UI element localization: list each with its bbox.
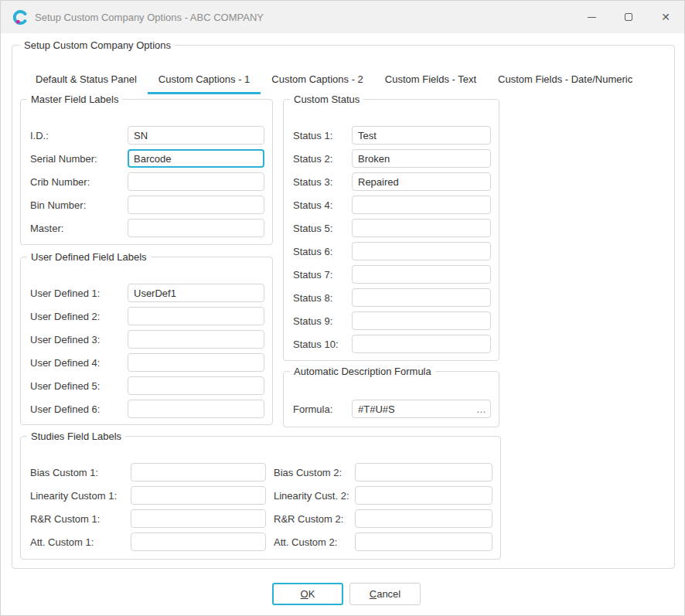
window-title: Setup Custom Company Options - ABC COMPA… [35,12,264,23]
input-status-8[interactable] [352,288,491,307]
input-user-defined-2[interactable] [128,307,264,325]
minimize-button[interactable] [573,1,610,33]
input-bias-custom-2[interactable] [355,463,492,482]
field-label-rr-custom-1: R&R Custom 1: [30,513,131,525]
input-status-5[interactable] [352,219,491,237]
field-label-user-defined-3: User Defined 3: [30,334,128,345]
input-crib-number[interactable] [128,172,264,191]
field-label-rr-custom-2: R&R Custom 2: [274,513,355,525]
formula-browse-button[interactable]: … [474,403,489,416]
ok-button[interactable]: OK [272,583,343,605]
studies-cell: Att. Custom 1: [30,533,266,551]
tab-custom-captions-1[interactable]: Custom Captions - 1 [148,69,261,94]
field-row: Status 8: [293,288,491,307]
input-status-10[interactable] [352,335,491,353]
input-user-defined-6[interactable] [128,400,264,418]
field-row: Crib Number: [30,172,264,191]
field-row: Status 6: [293,242,491,260]
maximize-button[interactable] [610,1,647,33]
field-row: Status 3: [293,172,491,191]
input-status-7[interactable] [352,265,491,284]
input-serial-number[interactable] [128,149,264,168]
field-label-status-5: Status 5: [293,223,352,234]
tab-custom-fields-date-numeric[interactable]: Custom Fields - Date/Numeric [487,69,643,94]
group-title-formula: Automatic Description Formula [290,365,435,378]
window-controls: ✕ [573,1,684,33]
input-master[interactable] [128,219,264,237]
maximize-icon [625,13,632,21]
studies-cell: Linearity Cust. 2: [274,486,492,505]
field-row: Status 2: [293,149,491,168]
field-row: Att. Custom 1: Att. Custom 2: [30,533,492,551]
group-title-user-defined: User Defined Field Labels [27,250,151,264]
input-user-defined-3[interactable] [128,330,264,349]
field-row: Status 1: [293,126,491,145]
group-title-custom-status: Custom Status [290,93,363,106]
group-title-master: Master Field Labels [27,93,122,106]
field-label-att-custom-1: Att. Custom 1: [30,536,131,548]
input-status-2[interactable] [352,149,491,168]
studies-cell: R&R Custom 1: [30,509,266,528]
field-row: I.D.: [30,126,264,145]
field-label-status-9: Status 9: [293,315,352,327]
field-label-user-defined-4: User Defined 4: [30,357,128,369]
titlebar: Setup Custom Company Options - ABC COMPA… [1,1,684,33]
field-label-linearity-cust-2: Linearity Cust. 2: [274,490,355,502]
tab-custom-fields-text[interactable]: Custom Fields - Text [374,69,487,94]
field-label-user-defined-1: User Defined 1: [30,288,128,299]
field-row: Status 10: [293,335,491,353]
input-id[interactable] [128,126,264,145]
dialog-buttons: OK Cancel [272,583,421,605]
field-row: Serial Number: [30,149,264,168]
input-user-defined-1[interactable] [128,284,264,302]
tab-custom-captions-2[interactable]: Custom Captions - 2 [261,69,374,94]
app-logo-icon [13,10,28,25]
input-status-1[interactable] [352,126,491,145]
field-label-user-defined-6: User Defined 6: [30,403,128,415]
input-linearity-custom-1[interactable] [131,486,266,505]
input-linearity-cust-2[interactable] [355,486,492,505]
field-label-status-6: Status 6: [293,246,352,257]
input-status-3[interactable] [352,172,491,191]
field-row: User Defined 3: [30,330,264,349]
group-user-defined-field-labels: User Defined Field Labels User Defined 1… [20,257,273,425]
field-row: User Defined 5: [30,376,264,395]
input-user-defined-4[interactable] [128,353,264,372]
studies-cell: Att. Custom 2: [274,533,492,551]
input-bin-number[interactable] [128,196,264,214]
close-button[interactable]: ✕ [647,1,684,33]
field-row: Bias Custom 1: Bias Custom 2: [30,463,492,482]
group-automatic-description-formula: Automatic Description Formula Formula: … [283,371,499,427]
minimize-icon [588,17,596,18]
field-label-att-custom-2: Att. Custom 2: [274,536,355,548]
ellipsis-icon: … [476,403,486,415]
field-label-status-1: Status 1: [293,130,352,141]
studies-cell: Bias Custom 1: [30,463,266,482]
tab-default-status-panel[interactable]: Default & Status Panel [25,69,148,94]
input-formula[interactable] [352,400,491,418]
input-att-custom-2[interactable] [355,533,492,551]
field-label-bias-custom-1: Bias Custom 1: [30,467,131,478]
group-title-studies: Studies Field Labels [27,430,125,443]
input-rr-custom-1[interactable] [131,509,266,528]
field-row: Master: [30,219,264,237]
cancel-button[interactable]: Cancel [349,583,421,605]
field-label-status-10: Status 10: [293,339,352,350]
field-label-master: Master: [30,223,128,234]
input-bias-custom-1[interactable] [131,463,266,482]
field-row: Formula: … [293,400,491,418]
dialog-window: Setup Custom Company Options - ABC COMPA… [0,0,685,616]
field-row: Linearity Custom 1: Linearity Cust. 2: [30,486,492,505]
input-status-6[interactable] [352,242,491,260]
field-label-status-3: Status 3: [293,176,352,188]
input-status-4[interactable] [352,196,491,214]
field-row: Status 7: [293,265,491,284]
field-label-bias-custom-2: Bias Custom 2: [274,467,355,478]
field-row: User Defined 1: [30,284,264,302]
input-rr-custom-2[interactable] [355,509,492,528]
input-status-9[interactable] [352,311,491,330]
field-row: Status 5: [293,219,491,237]
input-att-custom-1[interactable] [131,533,266,551]
input-user-defined-5[interactable] [128,376,264,395]
group-master-field-labels: Master Field Labels I.D.: Serial Number:… [20,99,273,245]
